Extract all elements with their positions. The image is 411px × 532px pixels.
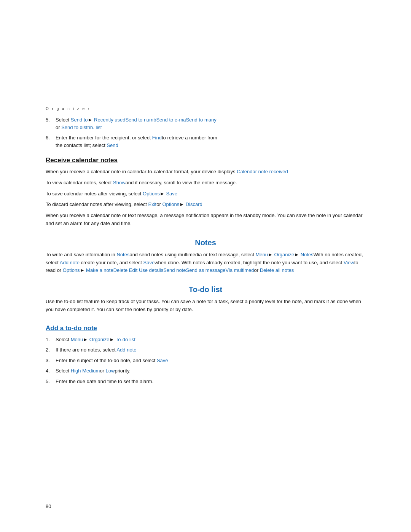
- link: Add note: [60, 260, 80, 265]
- link: To-do list: [116, 337, 135, 342]
- list-item: 2. If there are no notes, select Add not…: [46, 346, 365, 354]
- list-item: 1. Select Menu► Organize► To-do list: [46, 336, 365, 343]
- list-num: 5.: [46, 116, 53, 131]
- list-text: If there are no notes, select Add note: [56, 346, 136, 354]
- link: Calendar note received: [237, 169, 288, 174]
- link: Make a note: [86, 267, 113, 273]
- list-item: 4. Select High Mediumor Lowpriority.: [46, 367, 365, 375]
- list-num: 6.: [46, 134, 53, 149]
- link: Options: [63, 267, 80, 273]
- link: Discard: [186, 201, 202, 207]
- link: Send to distrib. list: [61, 125, 102, 130]
- todo-heading: To-do list: [46, 285, 365, 294]
- receive-para1: When you receive a calendar note in cale…: [46, 168, 365, 176]
- link: Notes: [116, 252, 129, 257]
- link: Exit: [148, 201, 157, 207]
- todo-para1: Use the to-do list feature to keep track…: [46, 298, 365, 314]
- link: Low: [106, 368, 115, 374]
- receive-para3: To save calendar notes after viewing, se…: [46, 190, 365, 198]
- link: Options: [162, 201, 179, 207]
- link: Save: [157, 358, 168, 363]
- link: Medium: [82, 368, 100, 374]
- link: Delete all notes: [260, 267, 294, 273]
- link: View: [344, 260, 354, 265]
- link: Use details: [139, 267, 163, 273]
- link: Send note: [163, 267, 186, 273]
- notes-heading: Notes: [46, 238, 365, 247]
- link: Notes: [301, 252, 314, 257]
- list-num: 1.: [46, 336, 53, 343]
- link: Send to numb: [125, 117, 156, 123]
- link: Delete Edit: [113, 267, 138, 273]
- page: O r g a n i z e r 5. Select Send to► Rec…: [0, 0, 411, 532]
- receive-para2: To view calendar notes, select Showand i…: [46, 179, 365, 187]
- link: Add note: [116, 347, 136, 353]
- list-num: 5.: [46, 378, 53, 385]
- list-text: Select Send to► Recently usedSend to num…: [56, 116, 217, 131]
- receive-para4: To discard calendar notes after viewing,…: [46, 201, 365, 209]
- add-todo-heading: Add a to-do note: [46, 324, 365, 332]
- link: Show: [113, 180, 126, 185]
- intro-list: 5. Select Send to► Recently usedSend to …: [46, 116, 365, 149]
- link: Menu: [71, 337, 83, 342]
- link: Send to e-ma: [156, 117, 186, 123]
- link: Organize: [274, 252, 294, 257]
- link: Find: [152, 135, 162, 141]
- link: Via multimed: [226, 267, 254, 273]
- section-label: O r g a n i z e r: [46, 107, 365, 111]
- notes-para1: To write and save information in Notesan…: [46, 251, 365, 275]
- link: Recently used: [94, 117, 125, 123]
- link: Save: [166, 191, 177, 197]
- list-item: 3. Enter the subject of the to-do note, …: [46, 357, 365, 364]
- list-num: 3.: [46, 357, 53, 364]
- link: Send as message: [186, 267, 225, 273]
- list-item: 5. Select Send to► Recently usedSend to …: [46, 116, 365, 131]
- link: Options: [143, 191, 160, 197]
- page-number: 80: [46, 503, 51, 509]
- link: Send: [107, 142, 118, 148]
- list-num: 2.: [46, 346, 53, 354]
- list-text: Enter the due date and time to set the a…: [56, 378, 153, 385]
- link: Send to many: [186, 117, 216, 123]
- link: Send to: [71, 117, 88, 123]
- link: Organize: [89, 337, 110, 342]
- add-todo-list: 1. Select Menu► Organize► To-do list 2. …: [46, 336, 365, 385]
- list-num: 4.: [46, 367, 53, 375]
- list-text: Enter the number for the recipient, or s…: [56, 134, 217, 149]
- list-item: 6. Enter the number for the recipient, o…: [46, 134, 365, 149]
- receive-heading: Receive calendar notes: [46, 157, 365, 164]
- list-text: Enter the subject of the to-do note, and…: [56, 357, 168, 364]
- list-item: 5. Enter the due date and time to set th…: [46, 378, 365, 385]
- link: High: [71, 368, 81, 374]
- link: Menu: [255, 252, 268, 257]
- list-text: Select Menu► Organize► To-do list: [56, 336, 135, 343]
- list-text: Select High Mediumor Lowpriority.: [56, 367, 131, 375]
- link: Save: [143, 260, 155, 265]
- receive-para5: When you receive a calendar note or text…: [46, 212, 365, 228]
